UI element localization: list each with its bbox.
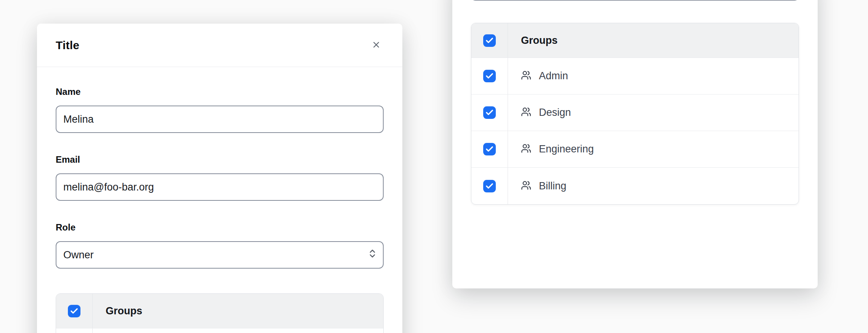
user-edit-dialog-scrolled: Groups Admin [452, 0, 818, 288]
row-label-cell: Engineering [508, 131, 799, 167]
name-input[interactable] [56, 106, 384, 133]
close-button[interactable] [368, 38, 384, 53]
groups-table: Groups Admin [471, 23, 799, 205]
role-select-value: Owner [63, 249, 94, 261]
group-row-label: Admin [539, 70, 568, 82]
row-label-cell: Billing [508, 168, 799, 204]
role-field-group: Role Owner [56, 222, 384, 269]
group-row-label: Billing [539, 180, 566, 192]
check-icon [485, 145, 494, 154]
row-checkbox[interactable] [483, 180, 496, 192]
row-check-cell [471, 131, 508, 167]
row-check-cell [471, 58, 508, 94]
header-check-cell [56, 294, 93, 328]
table-row[interactable]: Engineering [471, 131, 799, 168]
screenshot-root: Title Name Email Role Owner [0, 0, 868, 333]
group-row-label: Engineering [539, 143, 594, 155]
row-check-cell [471, 94, 508, 131]
role-select-cutoff[interactable] [471, 0, 799, 1]
chevrons-up-down-icon [367, 248, 378, 261]
check-icon [485, 36, 494, 45]
check-icon [485, 72, 494, 80]
users-icon [521, 180, 531, 192]
table-row[interactable]: Admin [471, 58, 799, 94]
name-label: Name [56, 86, 384, 97]
user-edit-dialog: Title Name Email Role Owner [37, 24, 402, 333]
row-checkbox[interactable] [483, 143, 496, 155]
role-label: Role [56, 222, 384, 233]
groups-table-preview: Groups [56, 293, 384, 333]
users-icon [521, 107, 531, 118]
check-icon [70, 307, 79, 315]
groups-table-header-row: Groups [56, 294, 383, 328]
select-all-checkbox[interactable] [68, 305, 80, 317]
row-checkbox[interactable] [483, 106, 496, 119]
dialog-body: Name Email Role Owner [37, 67, 402, 333]
row-label-cell: Design [508, 94, 799, 131]
header-label-cell: Groups [93, 294, 383, 328]
check-icon [485, 108, 494, 117]
email-label: Email [56, 154, 384, 165]
email-field-group: Email [56, 154, 384, 201]
group-row-label: Design [539, 107, 571, 118]
header-label-cell: Groups [508, 23, 799, 58]
table-row[interactable]: Design [471, 94, 799, 131]
dialog-title: Title [56, 39, 79, 52]
users-icon [521, 70, 531, 82]
header-check-cell [471, 23, 508, 58]
check-icon [485, 182, 494, 191]
select-all-checkbox[interactable] [483, 34, 496, 47]
table-row[interactable] [56, 328, 383, 333]
table-row[interactable]: Billing [471, 168, 799, 204]
email-input[interactable] [56, 173, 384, 201]
name-field-group: Name [56, 86, 384, 133]
row-checkbox[interactable] [483, 70, 496, 82]
dialog-header: Title [37, 24, 402, 67]
x-icon [371, 40, 381, 51]
users-icon [521, 143, 531, 155]
row-check-cell [471, 168, 508, 204]
role-select[interactable]: Owner [56, 241, 384, 269]
groups-table-body: Admin Design [471, 58, 799, 204]
groups-header-label: Groups [106, 305, 142, 317]
row-label-cell: Admin [508, 58, 799, 94]
groups-table-header-row: Groups [471, 23, 799, 58]
groups-header-label: Groups [521, 35, 558, 46]
